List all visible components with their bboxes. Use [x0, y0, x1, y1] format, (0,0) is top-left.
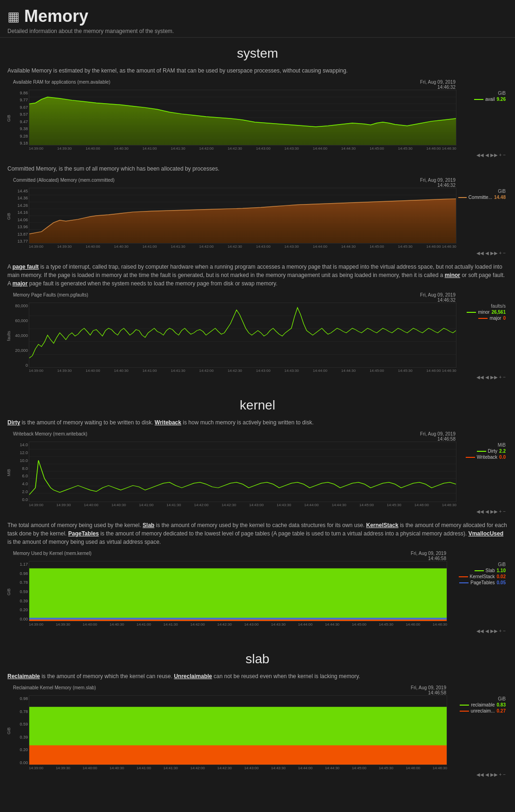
page-faults-description: A page fault is a type of interrupt, cal…	[7, 263, 508, 288]
kernel-mem-chart-title: Memory Used by Kernel (mem.kernel)	[13, 551, 92, 556]
writeback-y-axis: 14.012.010.08.06.04.02.00.0	[11, 442, 29, 502]
kernel-mem-chart-area	[29, 561, 447, 621]
slab-chart-title: Reclaimable Kernel Memory (mem.slab)	[13, 685, 96, 690]
svg-marker-33	[29, 568, 447, 621]
slab-x-axis: 14:39:00 14:39:30 14:40:00 14:40:30 14:4…	[29, 765, 508, 770]
slab-section: slab Reclaimable is the amount of memory…	[0, 647, 515, 791]
kernel-mem-description: The total amount of memory being used by…	[7, 521, 508, 546]
pgfaults-timestamp: Fri, Aug 09, 201914:46:32	[420, 292, 456, 303]
memory-icon: ▦	[7, 9, 20, 24]
slab-section-title: slab	[7, 652, 508, 667]
avail-y-axis: 9.869.779.679.579.479.389.289.18	[11, 90, 29, 145]
committed-legend: GiB Committe... 14.48	[456, 188, 508, 244]
committed-chart-area	[29, 188, 456, 244]
pgfaults-y-axis: 80,00060,00040,00020,0000	[11, 303, 29, 368]
writeback-timestamp: Fri, Aug 09, 201914:46:58	[420, 431, 456, 442]
writeback-description: Dirty is the amount of memory waiting to…	[7, 418, 508, 427]
avail-chart-title: Available RAM for applications (mem.avai…	[13, 79, 110, 85]
committed-nav-controls[interactable]: ◀◀ ◀ ▶▶ + −	[11, 250, 508, 256]
page-faults-chart: A page fault is a type of interrupt, cal…	[7, 263, 508, 380]
writeback-chart-area	[29, 442, 456, 502]
committed-mem-chart: Committed Memory, is the sum of all memo…	[7, 165, 508, 256]
avail-ram-chart: Available Memory is estimated by the ker…	[7, 66, 508, 158]
page-title: Memory	[24, 7, 88, 26]
avail-nav-controls[interactable]: ◀◀ ◀ ▶▶ + −	[11, 152, 508, 158]
committed-description: Committed Memory, is the sum of all memo…	[7, 165, 508, 173]
slab-timestamp: Fri, Aug 09, 201914:46:58	[411, 685, 446, 695]
committed-y-unit: GiB	[7, 213, 11, 220]
kernel-mem-legend: GiB Slab 1.10 KernelStack 0.02	[447, 561, 508, 621]
svg-marker-7	[29, 97, 456, 145]
committed-chart-title: Committed (Allocated) Memory (mem.commit…	[13, 178, 114, 183]
writeback-y-unit: MiB	[7, 469, 11, 476]
svg-marker-34	[29, 620, 447, 621]
writeback-legend: MiB Dirty 2.2 Writeback 0.0	[456, 442, 508, 502]
slab-y-unit: GiB	[7, 727, 11, 734]
kernel-mem-x-axis: 14:39:00 14:39:30 14:40:00 14:40:30 14:4…	[29, 621, 508, 627]
avail-timestamp: Fri, Aug 09, 201914:46:32	[420, 79, 456, 90]
pgfaults-x-axis: 14:39:00 14:39:30 14:40:00 14:40:30 14:4…	[29, 368, 508, 373]
avail-y-unit: GiB	[7, 115, 11, 122]
system-section-title: system	[7, 46, 508, 61]
writeback-chart-title: Writeback Memory (mem.writeback)	[13, 431, 87, 436]
kernel-section: kernel Dirty is the amount of memory wai…	[0, 393, 515, 647]
avail-x-axis: 14:39:00 14:39:30 14:40:00 14:40:30 14:4…	[29, 145, 508, 151]
kernel-mem-timestamp: Fri, Aug 09, 201914:46:58	[411, 551, 446, 561]
slab-chart: Reclaimable is the amount of memory whic…	[7, 672, 508, 778]
writeback-chart: Dirty is the amount of memory waiting to…	[7, 418, 508, 515]
avail-chart-area	[29, 90, 456, 145]
pgfaults-chart-area	[29, 303, 456, 368]
avail-ram-description: Available Memory is estimated by the ker…	[7, 66, 508, 75]
writeback-x-axis: 14:39:00 14:39:30 14:40:00 14:40:30 14:4…	[29, 502, 508, 507]
slab-legend: GiB reclaimable 0.83 unreclaim... 0.27	[447, 695, 508, 765]
slab-chart-area	[29, 695, 447, 765]
page-subtitle: Detailed information about the memory ma…	[7, 28, 508, 34]
committed-y-axis: 14.4514.3614.2614.1614.0613.9613.8713.77	[11, 188, 29, 244]
writeback-nav-controls[interactable]: ◀◀ ◀ ▶▶ + −	[11, 508, 508, 515]
pgfaults-y-unit: faults	[7, 331, 11, 341]
kernel-section-title: kernel	[7, 398, 508, 413]
kernel-mem-y-axis: 1.170.980.780.590.390.200.00	[11, 561, 29, 621]
slab-y-axis: 0.980.780.590.390.200.00	[11, 695, 29, 765]
svg-marker-42	[29, 746, 447, 765]
committed-timestamp: Fri, Aug 09, 201914:46:32	[420, 178, 456, 188]
page-header: ▦ Memory Detailed information about the …	[0, 0, 515, 38]
pgfaults-legend: faults/s minor 26,561 major 0	[456, 303, 508, 368]
kernel-mem-y-unit: GiB	[7, 588, 11, 595]
kernel-mem-nav-controls[interactable]: ◀◀ ◀ ▶▶ + −	[11, 627, 508, 634]
avail-legend: GiB avail 9.26	[456, 90, 508, 145]
system-section: system Available Memory is estimated by …	[0, 41, 515, 393]
pgfaults-chart-title: Memory Page Faults (mem.pgfaults)	[13, 292, 88, 297]
svg-marker-15	[29, 199, 456, 243]
kernel-mem-chart: The total amount of memory being used by…	[7, 521, 508, 634]
slab-description: Reclaimable is the amount of memory whic…	[7, 672, 508, 680]
svg-marker-35	[29, 618, 447, 620]
pgfaults-nav-controls[interactable]: ◀◀ ◀ ▶▶ + −	[11, 374, 508, 380]
slab-nav-controls[interactable]: ◀◀ ◀ ▶▶ + −	[11, 771, 508, 778]
committed-x-axis: 14:39:00 14:39:30 14:40:00 14:40:30 14:4…	[29, 244, 508, 249]
